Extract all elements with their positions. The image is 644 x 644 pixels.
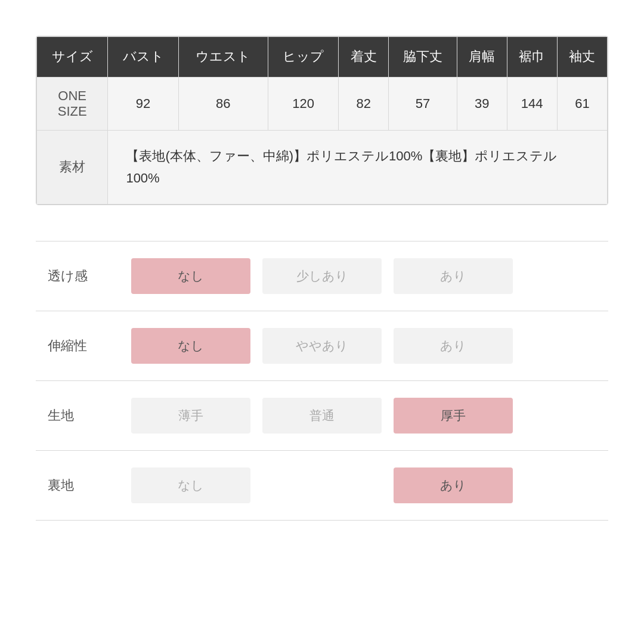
attr-option-2-1[interactable]: 普通: [262, 398, 382, 434]
attr-label-1: 伸縮性: [36, 337, 131, 355]
attr-options-0: なし少しありあり: [131, 258, 608, 294]
size-value-1: 86: [178, 77, 268, 130]
attr-options-1: なしややありあり: [131, 328, 608, 364]
header-col-7: 裾巾: [507, 37, 557, 78]
attr-options-2: 薄手普通厚手: [131, 398, 608, 434]
attr-option-0-0[interactable]: なし: [131, 258, 250, 294]
attr-option-0-1[interactable]: 少しあり: [262, 258, 382, 294]
attr-option-3-0[interactable]: なし: [131, 467, 250, 503]
attr-label-0: 透け感: [36, 267, 131, 285]
attr-option-1-1[interactable]: ややあり: [262, 328, 382, 364]
size-value-6: 144: [507, 77, 557, 130]
header-col-3: ヒップ: [268, 37, 338, 78]
attr-option-2-2[interactable]: 厚手: [394, 398, 513, 434]
header-col-6: 肩幅: [457, 37, 507, 78]
size-value-3: 82: [339, 77, 389, 130]
header-col-2: ウエスト: [178, 37, 268, 78]
attr-label-3: 裏地: [36, 476, 131, 494]
attr-options-3: なしあり: [131, 467, 608, 503]
header-col-1: バスト: [108, 37, 178, 78]
attr-row-1: 伸縮性なしややありあり: [36, 311, 608, 380]
size-table: サイズバストウエストヒップ着丈脇下丈肩幅裾巾袖丈 ONE SIZE9286120…: [36, 36, 608, 205]
attr-label-2: 生地: [36, 407, 131, 425]
attr-row-2: 生地薄手普通厚手: [36, 380, 608, 450]
attr-row-3: 裏地なしあり: [36, 450, 608, 521]
attributes-section: 透け感なし少しありあり伸縮性なしややありあり生地薄手普通厚手裏地なしあり: [36, 241, 608, 521]
size-value-4: 57: [389, 77, 457, 130]
header-col-0: サイズ: [37, 37, 108, 78]
size-value-0: 92: [108, 77, 178, 130]
attr-option-3-2[interactable]: あり: [394, 467, 513, 503]
header-col-4: 着丈: [339, 37, 389, 78]
header-col-5: 脇下丈: [389, 37, 457, 78]
attr-row-0: 透け感なし少しありあり: [36, 241, 608, 311]
attr-option-0-2[interactable]: あり: [394, 258, 513, 294]
attr-option-2-0[interactable]: 薄手: [131, 398, 250, 434]
size-value-5: 39: [457, 77, 507, 130]
size-label: ONE SIZE: [37, 77, 108, 130]
material-label: 素材: [37, 130, 108, 204]
size-table-wrapper: サイズバストウエストヒップ着丈脇下丈肩幅裾巾袖丈 ONE SIZE9286120…: [36, 36, 608, 205]
attr-option-1-2[interactable]: あり: [394, 328, 513, 364]
size-value-2: 120: [268, 77, 338, 130]
size-value-7: 61: [557, 77, 607, 130]
header-col-8: 袖丈: [557, 37, 607, 78]
attr-option-1-0[interactable]: なし: [131, 328, 250, 364]
material-value: 【表地(本体、ファー、中綿)】ポリエステル100%【裏地】ポリエステル100%: [108, 130, 608, 204]
